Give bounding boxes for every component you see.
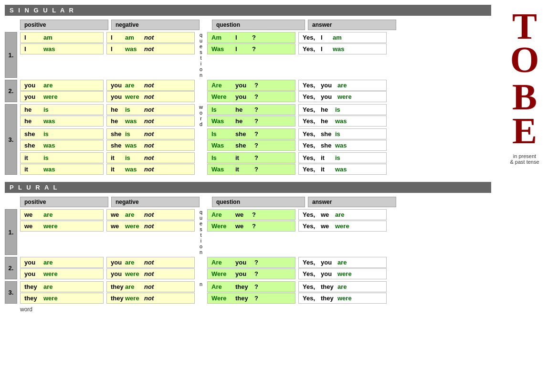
quest-2-past: Were you ?: [207, 91, 295, 102]
singular-header: S I N G U L A R: [5, 5, 491, 16]
singular-row-2: 2. you are you were you are not: [5, 80, 491, 102]
quest-2-present: Are you ?: [207, 80, 295, 91]
p-num-2: 2.: [5, 257, 17, 279]
plural-header: P L U R A L: [5, 182, 491, 193]
neg-1-present: I am not: [106, 32, 195, 43]
neg-2: you are not you were not: [106, 80, 195, 102]
col-negative-header-plural: negative: [111, 197, 200, 207]
to-be-logo: T O B E: [510, 10, 539, 148]
row3-she: she is she was she is: [20, 128, 387, 151]
pos-1: I am I was: [20, 32, 104, 78]
singular-section: S I N G U L A R positive negative questi…: [5, 5, 491, 175]
ans-1-present: Yes, I am: [298, 32, 387, 43]
ans-2-present: Yes, you are: [298, 80, 387, 91]
right-sidebar: T O B E in present & past tense: [496, 5, 553, 320]
ans-1: Yes, I am Yes, I was: [298, 32, 387, 78]
col-positive-header: positive: [20, 20, 108, 30]
plural-section: P L U R A L positive negative question a…: [5, 182, 491, 313]
num-3: 3.: [5, 104, 17, 175]
ans-2: Yes, you are Yes, you were: [298, 80, 387, 102]
neg-1-past: I was not: [106, 43, 195, 54]
neg-2-present: you are not: [106, 80, 195, 91]
pos-1-past: I was: [20, 43, 104, 54]
pos-1-present: I am: [20, 32, 104, 43]
quest-1-present: Am I ?: [207, 32, 295, 43]
singular-label: S I N G U L A R: [10, 7, 75, 14]
plural-row-1: 1. we are we were we are not: [5, 209, 491, 255]
left-content: S I N G U L A R positive negative questi…: [5, 5, 496, 320]
num-2: 2.: [5, 80, 17, 102]
ans-2-past: Yes, you were: [298, 91, 387, 102]
neg-2-past: you were not: [106, 91, 195, 102]
subtitle: in present & past tense: [510, 153, 539, 165]
p-num-3: 3.: [5, 281, 17, 304]
row3-he: he is he was he is: [20, 104, 387, 127]
singular-row-1: 1. I am I was I am: [5, 32, 491, 78]
q-label-1: q u e s t i o n: [198, 32, 204, 78]
singular-row-3: 3. he is he was: [5, 104, 491, 175]
pos-2-past: you were: [20, 91, 104, 102]
bottom-word: word: [20, 306, 491, 313]
row3-groups: he is he was he is: [20, 104, 387, 175]
plural-row-3: 3. they are they were they are not: [5, 281, 491, 304]
col-answer-header-plural: answer: [308, 197, 396, 207]
col-positive-header-plural: positive: [20, 197, 108, 207]
col-negative-header: negative: [111, 20, 200, 30]
col-question-header: question: [212, 20, 305, 30]
col-question-header-plural: question: [212, 197, 305, 207]
col-answer-header: answer: [308, 20, 396, 30]
pos-2: you are you were: [20, 80, 104, 102]
ans-1-past: Yes, I was: [298, 43, 387, 54]
row3-it: it is it was it is: [20, 152, 387, 175]
quest-1-past: Was I ?: [207, 43, 295, 54]
quest-2: Are you ? Were you ?: [207, 80, 295, 102]
pos-2-present: you are: [20, 80, 104, 91]
p-num-1: 1.: [5, 209, 17, 255]
plural-row-2: 2. you are you were you are not: [5, 257, 491, 279]
neg-1: I am not I was not: [106, 32, 195, 78]
main-container: S I N G U L A R positive negative questi…: [5, 5, 553, 320]
quest-1: Am I ? Was I ?: [207, 32, 295, 78]
plural-label: P L U R A L: [10, 184, 58, 191]
num-1: 1.: [5, 32, 17, 78]
